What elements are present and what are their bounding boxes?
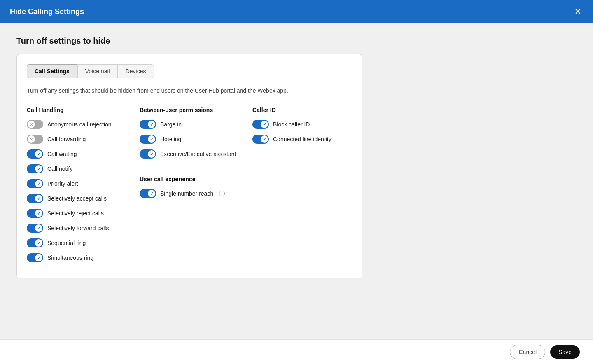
sequential-ring-toggle[interactable] — [27, 238, 43, 247]
tab-call-settings[interactable]: Call Settings — [27, 64, 77, 78]
list-item: Anonymous call rejection — [27, 120, 126, 129]
tab-voicemail[interactable]: Voicemail — [77, 64, 118, 78]
list-item: Executive/Executive assistant — [140, 149, 239, 159]
call-notify-toggle[interactable] — [27, 164, 43, 173]
hoteling-toggle[interactable] — [140, 135, 156, 144]
list-item: Sequential ring — [27, 238, 126, 247]
settings-card: Call Settings Voicemail Devices Turn off… — [16, 54, 362, 278]
list-item: Call notify — [27, 164, 126, 173]
list-item: Barge in — [140, 120, 239, 129]
anonymous-call-rejection-label: Anonymous call rejection — [47, 121, 112, 128]
cancel-button[interactable]: Cancel — [510, 345, 545, 359]
call-handling-section: Call Handling Anonymous call rejection C… — [27, 107, 126, 268]
block-caller-id-label: Block caller ID — [273, 121, 310, 128]
list-item: Call waiting — [27, 149, 126, 159]
simultaneous-ring-toggle[interactable] — [27, 253, 43, 262]
selectively-reject-calls-label: Selectively reject calls — [47, 210, 104, 217]
priority-alert-toggle[interactable] — [27, 179, 43, 188]
barge-in-toggle[interactable] — [140, 120, 156, 129]
save-button[interactable]: Save — [550, 345, 580, 359]
call-notify-label: Call notify — [47, 166, 72, 172]
list-item: Call forwarding — [27, 135, 126, 144]
between-user-title: Between-user permissions — [140, 107, 239, 113]
list-item: Hoteling — [140, 135, 239, 144]
list-item: Selectively forward calls — [27, 224, 126, 233]
block-caller-id-toggle[interactable] — [252, 120, 269, 129]
main-content: Turn off settings to hide Call Settings … — [0, 23, 593, 364]
dialog-header: Hide Calling Settings ✕ — [0, 0, 593, 23]
description-text: Turn off any settings that should be hid… — [27, 86, 352, 95]
call-forwarding-label: Call forwarding — [47, 136, 86, 142]
tab-devices[interactable]: Devices — [118, 64, 154, 78]
call-handling-title: Call Handling — [27, 107, 126, 113]
tab-group: Call Settings Voicemail Devices — [27, 64, 352, 78]
page-title: Turn off settings to hide — [16, 36, 577, 46]
dialog-footer: Cancel Save — [0, 339, 593, 364]
selectively-forward-calls-toggle[interactable] — [27, 224, 43, 233]
close-button[interactable]: ✕ — [573, 6, 583, 17]
selectively-accept-calls-toggle[interactable] — [27, 194, 43, 203]
executive-assistant-label: Executive/Executive assistant — [160, 151, 236, 157]
anonymous-call-rejection-toggle[interactable] — [27, 120, 43, 129]
settings-grid: Call Handling Anonymous call rejection C… — [27, 107, 352, 268]
connected-line-identity-label: Connected line identity — [273, 136, 332, 142]
info-icon[interactable]: i — [219, 191, 225, 196]
single-number-reach-toggle[interactable] — [140, 189, 156, 198]
list-item: Selectively reject calls — [27, 209, 126, 218]
selectively-accept-calls-label: Selectively accept calls — [47, 195, 107, 202]
list-item: Single number reach i — [140, 189, 239, 198]
list-item: Selectively accept calls — [27, 194, 126, 203]
executive-assistant-toggle[interactable] — [140, 149, 156, 159]
dialog-title: Hide Calling Settings — [10, 7, 84, 16]
user-call-experience-section: User call experience Single number reach… — [140, 176, 239, 204]
hoteling-label: Hoteling — [160, 136, 181, 142]
connected-line-identity-toggle[interactable] — [252, 135, 269, 144]
selectively-reject-calls-toggle[interactable] — [27, 209, 43, 218]
call-forwarding-toggle[interactable] — [27, 135, 43, 144]
selectively-forward-calls-label: Selectively forward calls — [47, 225, 109, 231]
call-waiting-label: Call waiting — [47, 151, 77, 157]
sequential-ring-label: Sequential ring — [47, 240, 86, 246]
list-item: Priority alert — [27, 179, 126, 188]
list-item: Connected line identity — [252, 135, 352, 144]
between-user-section: Between-user permissions Barge in Hoteli… — [140, 107, 239, 268]
list-item: Block caller ID — [252, 120, 352, 129]
single-number-reach-label: Single number reach — [160, 190, 213, 197]
call-waiting-toggle[interactable] — [27, 149, 43, 159]
caller-id-section: Caller ID Block caller ID Connected line… — [252, 107, 352, 268]
caller-id-title: Caller ID — [252, 107, 352, 113]
user-call-experience-title: User call experience — [140, 176, 239, 182]
barge-in-label: Barge in — [160, 121, 182, 128]
priority-alert-label: Priority alert — [47, 180, 78, 187]
list-item: Simultaneous ring — [27, 253, 126, 262]
simultaneous-ring-label: Simultaneous ring — [47, 254, 93, 261]
